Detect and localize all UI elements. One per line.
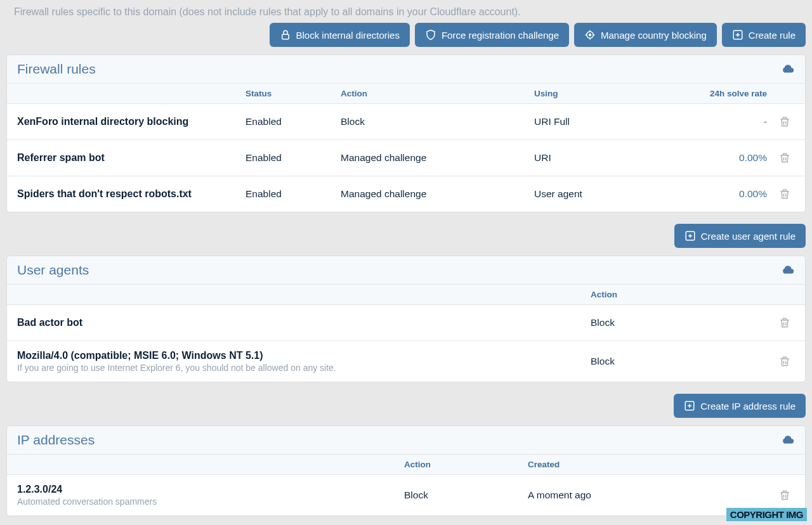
manage-country-blocking-button[interactable]: Manage country blocking xyxy=(574,23,717,47)
rule-using: URI xyxy=(534,152,667,164)
ip-row[interactable]: 1.2.3.0/24 Automated conversation spamme… xyxy=(7,475,805,515)
user-agent-row[interactable]: Bad actor bot Block xyxy=(7,305,805,341)
col-rate: 24h solve rate xyxy=(667,89,775,98)
rule-name: Referrer spam bot xyxy=(17,152,246,164)
rule-rate: - xyxy=(667,116,775,127)
button-label: Create rule xyxy=(749,30,796,41)
lock-icon xyxy=(280,29,291,41)
block-internal-directories-button[interactable]: Block internal directories xyxy=(270,23,410,47)
button-label: Create IP address rule xyxy=(700,401,796,412)
button-label: Force registration challenge xyxy=(442,30,559,41)
panel-title: IP addresses xyxy=(17,432,95,448)
shield-icon xyxy=(425,29,436,41)
create-ip-address-rule-button[interactable]: Create IP address rule xyxy=(674,394,806,418)
user-agent-row[interactable]: Mozilla/4.0 (compatible; MSIE 6.0; Windo… xyxy=(7,341,805,382)
ip-name: 1.2.3.0/24 xyxy=(17,484,404,495)
ua-subtext: If you are going to use Internet Explore… xyxy=(17,363,591,373)
ip-toolbar: Create IP address rule xyxy=(6,394,806,425)
button-label: Manage country blocking xyxy=(601,30,707,41)
firewall-rule-row[interactable]: Spiders that don't respect robots.txt En… xyxy=(7,176,805,212)
rule-status: Enabled xyxy=(246,152,341,164)
ua-columns: Action xyxy=(7,285,805,305)
rule-action: Managed challenge xyxy=(341,188,534,200)
delete-button[interactable] xyxy=(776,149,794,167)
plus-icon xyxy=(684,230,696,242)
rule-name: Spiders that don't respect robots.txt xyxy=(17,188,246,200)
firewall-rules-panel: Firewall rules Status Action Using 24h s… xyxy=(6,55,806,212)
main-toolbar: Block internal directories Force registr… xyxy=(6,23,806,55)
cloud-icon xyxy=(781,264,795,276)
rule-name: XenForo internal directory blocking xyxy=(17,116,246,127)
create-rule-button[interactable]: Create rule xyxy=(722,23,806,47)
user-agents-toolbar: Create user agent rule xyxy=(6,224,806,256)
col-status: Status xyxy=(246,89,341,98)
ip-addresses-panel: IP addresses Action Created 1.2.3.0/24 A… xyxy=(6,425,806,516)
delete-button[interactable] xyxy=(776,314,794,332)
trash-icon xyxy=(778,152,791,164)
watermark-badge: COPYRIGHT IMG xyxy=(726,508,807,521)
rule-rate: 0.00% xyxy=(667,188,775,200)
force-registration-challenge-button[interactable]: Force registration challenge xyxy=(415,23,569,47)
svg-rect-0 xyxy=(282,34,289,39)
trash-icon xyxy=(778,489,791,502)
trash-icon xyxy=(778,355,791,368)
delete-button[interactable] xyxy=(776,486,794,504)
delete-button[interactable] xyxy=(776,353,794,370)
col-action: Action xyxy=(341,89,534,98)
rule-action: Managed challenge xyxy=(341,152,534,164)
ua-name: Bad actor bot xyxy=(17,317,591,328)
target-icon xyxy=(584,29,596,41)
panel-title: User agents xyxy=(17,262,89,278)
rule-status: Enabled xyxy=(246,116,341,127)
ip-columns: Action Created xyxy=(7,455,805,475)
col-using: Using xyxy=(534,89,667,98)
rule-action: Block xyxy=(341,116,534,127)
trash-icon xyxy=(778,188,791,200)
ua-name: Mozilla/4.0 (compatible; MSIE 6.0; Windo… xyxy=(17,350,591,361)
rule-rate: 0.00% xyxy=(667,152,775,164)
trash-icon xyxy=(778,316,791,329)
delete-button[interactable] xyxy=(776,185,794,203)
panel-header: User agents xyxy=(7,256,805,285)
ua-action: Block xyxy=(591,356,775,367)
page-description: Firewall rules specific to this domain (… xyxy=(6,0,806,23)
col-action: Action xyxy=(404,460,528,469)
col-action: Action xyxy=(591,290,775,299)
create-user-agent-rule-button[interactable]: Create user agent rule xyxy=(674,224,806,248)
panel-header: IP addresses xyxy=(7,426,805,455)
ip-created: A moment ago xyxy=(528,489,775,501)
button-label: Block internal directories xyxy=(296,30,400,41)
rule-using: URI Full xyxy=(534,116,667,127)
panel-header: Firewall rules xyxy=(7,55,805,84)
firewall-columns: Status Action Using 24h solve rate xyxy=(7,84,805,104)
ua-action: Block xyxy=(591,317,775,328)
trash-icon xyxy=(778,115,791,128)
ip-action: Block xyxy=(404,489,528,501)
panel-title: Firewall rules xyxy=(17,62,96,77)
cloud-icon xyxy=(781,63,795,75)
firewall-rule-row[interactable]: Referrer spam bot Enabled Managed challe… xyxy=(7,140,805,176)
rule-status: Enabled xyxy=(246,188,341,200)
plus-icon xyxy=(684,400,695,412)
svg-point-2 xyxy=(589,34,591,36)
col-created: Created xyxy=(528,460,775,469)
rule-using: User agent xyxy=(534,188,667,200)
cloud-icon xyxy=(781,434,795,446)
delete-button[interactable] xyxy=(776,113,794,131)
firewall-rule-row[interactable]: XenForo internal directory blocking Enab… xyxy=(7,104,805,140)
button-label: Create user agent rule xyxy=(701,231,796,242)
plus-icon xyxy=(732,29,743,41)
user-agents-panel: User agents Action Bad actor bot Block xyxy=(6,256,806,382)
ip-subtext: Automated conversation spammers xyxy=(17,496,404,507)
